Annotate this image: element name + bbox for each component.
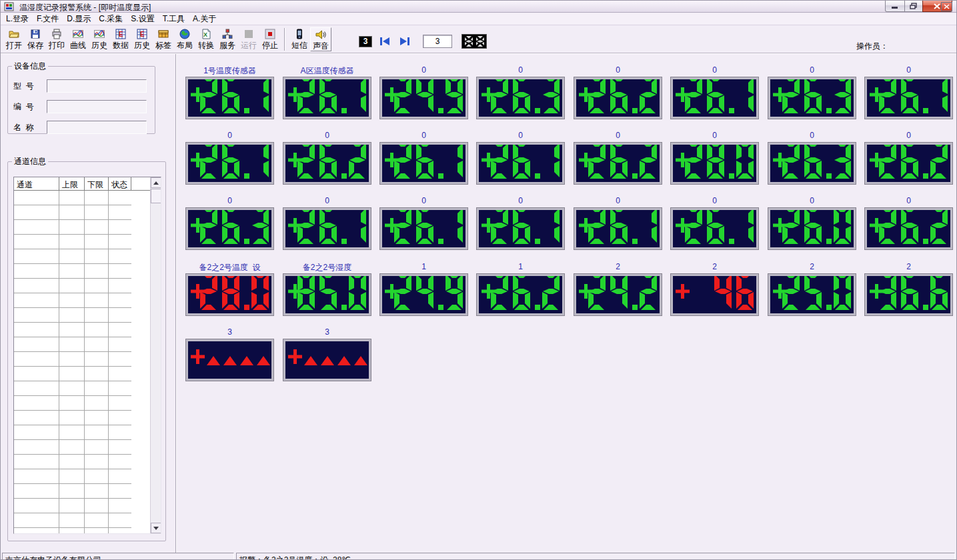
table-row	[14, 499, 131, 513]
stop-button[interactable]: 停止	[259, 27, 281, 51]
led-display: 0	[380, 131, 467, 184]
print-button[interactable]: 打印	[46, 27, 67, 51]
led-panel	[671, 208, 758, 249]
speaker-icon	[315, 29, 326, 40]
led-label: 3	[283, 327, 371, 338]
arrow-down-icon	[153, 527, 159, 530]
run-icon	[243, 29, 254, 39]
model-field-row: 型 号	[13, 79, 155, 93]
minimize-button[interactable]	[885, 1, 905, 12]
menu-tools[interactable]: T.工具	[163, 13, 185, 25]
led-display: 3	[186, 327, 273, 381]
save-button[interactable]: 保存	[25, 27, 46, 51]
model-input[interactable]	[47, 79, 147, 93]
open-button[interactable]: 打开	[3, 27, 25, 51]
content: 设备信息 型 号编 号名 称 通道信息 通道上限下限状态 1号温度传感器A区温度	[1, 54, 956, 553]
window-title: 温湿度记录报警系统 - [即时温度显示]	[19, 2, 151, 13]
led-panel	[283, 143, 371, 184]
table-row	[14, 484, 131, 499]
scroll-up-button[interactable]	[151, 177, 161, 188]
run-button[interactable]: 运行	[238, 27, 259, 51]
menu-display[interactable]: D.显示	[67, 13, 91, 25]
history-curve-button-label: 历史	[89, 41, 110, 50]
service-button-label: 服务	[217, 41, 238, 50]
menu-setup[interactable]: S.设置	[131, 13, 154, 25]
sms-button[interactable]: 短信	[289, 27, 310, 51]
led-label: 0	[574, 131, 662, 141]
channel-table-scrollbar[interactable]	[150, 177, 161, 533]
led-display: 3	[283, 327, 371, 381]
label-grid-icon	[158, 29, 169, 39]
led-label: 0	[380, 131, 467, 141]
led-label: 0	[574, 196, 662, 207]
channel-table: 通道上限下限状态	[13, 177, 161, 534]
led-panel	[477, 274, 564, 315]
table-row	[14, 337, 131, 352]
column-header-0[interactable]: 通道	[14, 177, 59, 190]
table-row	[14, 220, 131, 235]
table-row	[14, 264, 131, 279]
led-display-grid: 1号温度传感器A区温度传感器0000000000000000000000备2之2…	[176, 54, 957, 553]
led-display: 0	[865, 131, 952, 184]
led-label: 0	[380, 65, 467, 76]
led-panel	[574, 77, 662, 119]
led-display: 0	[283, 196, 371, 249]
close-icon	[934, 3, 941, 9]
led-label: A区温度传感器	[283, 65, 371, 76]
history-curve-button[interactable]: 历史	[89, 27, 110, 51]
statusbar-company: 南京仕存电子设备有限公司	[2, 553, 234, 560]
menu-file[interactable]: F.文件	[37, 13, 59, 25]
label-button[interactable]: 标签	[153, 27, 174, 51]
page-input[interactable]	[423, 35, 452, 48]
sound-button[interactable]: 声音	[310, 27, 331, 51]
led-label: 0	[186, 196, 273, 207]
led-panel	[768, 143, 856, 184]
column-header-1[interactable]: 上限	[59, 177, 85, 190]
menu-collect[interactable]: C.采集	[99, 13, 123, 25]
name-input[interactable]	[47, 121, 147, 134]
led-panel	[283, 339, 371, 381]
column-header-3[interactable]: 状态	[109, 177, 131, 190]
led-panel	[865, 274, 952, 315]
led-panel	[671, 143, 758, 184]
led-display: 0	[574, 131, 662, 184]
led-label: 0	[574, 65, 662, 76]
table-row	[14, 381, 131, 396]
table-row	[14, 205, 131, 220]
layout-button[interactable]: 布局	[174, 27, 195, 51]
next-page-button[interactable]	[397, 35, 412, 47]
table-row	[14, 279, 131, 293]
led-panel	[574, 274, 662, 315]
stop-button-label: 停止	[259, 41, 281, 50]
data-button-label: 数据	[110, 41, 131, 50]
data-table-icon: E	[137, 29, 147, 39]
service-button[interactable]: 服务	[217, 27, 238, 51]
label-button-label: 标签	[153, 41, 174, 50]
mdi-close-button[interactable]	[941, 2, 952, 11]
table-row	[14, 191, 131, 205]
data-button[interactable]: E数据	[110, 27, 131, 51]
column-header-2[interactable]: 下限	[85, 177, 109, 190]
sound-button-label: 声音	[311, 41, 331, 51]
prev-page-button[interactable]	[377, 35, 392, 47]
printer-icon	[51, 29, 62, 39]
convert-button[interactable]: X转换	[195, 27, 217, 51]
led-label: 1	[380, 262, 467, 273]
restore-button[interactable]	[904, 1, 923, 12]
curve-button-label: 曲线	[67, 41, 89, 50]
led-label: 3	[186, 327, 273, 338]
scroll-down-button[interactable]	[151, 523, 161, 533]
table-row	[14, 235, 131, 249]
scroll-thumb[interactable]	[151, 189, 161, 203]
history-data-button[interactable]: E历史	[131, 27, 153, 51]
led-display: 2	[865, 262, 952, 315]
led-panel	[186, 77, 273, 119]
sidebar: 设备信息 型 号编 号名 称 通道信息 通道上限下限状态	[1, 54, 176, 553]
menu-about[interactable]: A.关于	[193, 13, 216, 25]
led-display: 0	[768, 196, 856, 249]
serial-input[interactable]	[47, 100, 147, 113]
led-label: 0	[283, 131, 371, 141]
table-row	[14, 352, 131, 367]
menu-login[interactable]: L.登录	[6, 13, 29, 25]
curve-button[interactable]: 曲线	[67, 27, 89, 51]
